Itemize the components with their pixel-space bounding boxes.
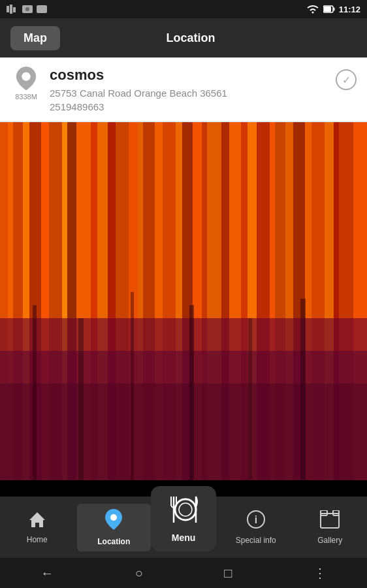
map-button[interactable]: Map <box>10 26 60 50</box>
wifi-icon <box>306 5 319 14</box>
nav-item-special-info[interactable]: i Special info <box>219 505 293 550</box>
location-pin-icon <box>16 67 37 90</box>
home-button[interactable]: ○ <box>135 566 143 581</box>
svg-marker-60 <box>29 512 45 527</box>
svg-point-61 <box>110 514 117 521</box>
svg-point-6 <box>311 12 313 14</box>
svg-rect-59 <box>300 299 306 480</box>
status-bar: 11:12 <box>0 0 367 18</box>
svg-rect-55 <box>78 318 84 480</box>
center-menu-button[interactable]: Menu <box>151 486 216 551</box>
check-icon[interactable]: ✓ <box>336 69 357 90</box>
home-icon <box>28 511 46 532</box>
svg-point-4 <box>25 7 29 11</box>
location-address: 25753 Canal Road Orange Beach 36561 <box>50 88 328 99</box>
location-nav-icon <box>105 509 122 534</box>
location-info: cosmos 25753 Canal Road Orange Beach 365… <box>50 67 328 112</box>
map-area[interactable] <box>0 122 367 480</box>
gallery-icon <box>320 510 340 533</box>
back-button[interactable]: ← <box>40 566 54 581</box>
photo-icon <box>22 5 33 13</box>
svg-rect-54 <box>33 305 37 480</box>
svg-point-10 <box>22 73 30 81</box>
pin-area: 8338M <box>10 67 42 101</box>
svg-rect-9 <box>333 8 334 11</box>
status-icons-right: 11:12 <box>306 5 360 14</box>
page-title: Location <box>71 31 311 45</box>
menu-label: Menu <box>172 532 196 543</box>
svg-rect-8 <box>324 7 331 12</box>
svg-rect-0 <box>7 6 9 12</box>
more-button[interactable]: ⋮ <box>313 565 327 581</box>
svg-rect-2 <box>13 7 16 12</box>
nav-label-special-info: Special info <box>236 536 276 545</box>
battery-icon <box>323 5 335 13</box>
location-name: cosmos <box>50 67 328 84</box>
recent-button[interactable]: □ <box>224 566 232 581</box>
menu-fork-icon <box>167 495 200 530</box>
nav-label-home: Home <box>27 535 48 544</box>
nav-item-gallery[interactable]: Gallery <box>293 505 368 550</box>
android-bar: ← ○ □ ⋮ <box>0 558 367 588</box>
nav-label-location: Location <box>97 537 130 546</box>
screenshot-icon <box>37 5 47 13</box>
svg-rect-5 <box>37 5 47 13</box>
distance-label: 8338M <box>15 93 37 101</box>
location-phone: 2519489663 <box>50 101 328 112</box>
svg-point-71 <box>179 503 192 516</box>
nav-item-home[interactable]: Home <box>0 506 74 549</box>
svg-rect-57 <box>189 305 194 480</box>
nav-label-gallery: Gallery <box>317 536 342 545</box>
map-background <box>0 122 367 480</box>
notification-icon <box>7 5 18 14</box>
svg-point-70 <box>175 499 196 520</box>
time-display: 11:12 <box>339 5 360 14</box>
svg-rect-53 <box>0 384 367 480</box>
top-bar: Map Location <box>0 18 367 57</box>
svg-rect-58 <box>248 318 252 480</box>
info-icon: i <box>247 510 265 533</box>
svg-rect-1 <box>10 5 12 14</box>
status-icons-left <box>7 5 47 14</box>
nav-item-location[interactable]: Location <box>77 504 152 551</box>
location-card[interactable]: 8338M cosmos 25753 Canal Road Orange Bea… <box>0 57 367 122</box>
svg-text:i: i <box>255 514 257 525</box>
svg-rect-56 <box>131 292 134 480</box>
